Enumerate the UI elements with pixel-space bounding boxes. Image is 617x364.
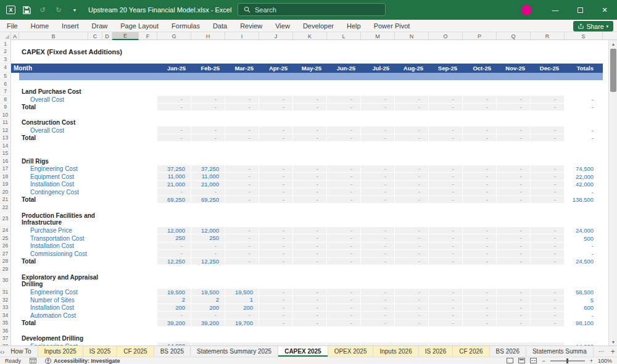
cell[interactable]: -	[463, 104, 497, 112]
cell[interactable]: -	[361, 104, 395, 112]
cell[interactable]	[11, 104, 19, 112]
month-header-label[interactable]: Month	[11, 64, 157, 73]
cell[interactable]: -	[361, 188, 395, 196]
total-cell[interactable]: 22,000	[565, 173, 603, 181]
row-header-4[interactable]: 4	[0, 64, 11, 73]
row-header-7[interactable]: 7	[0, 88, 11, 96]
page-layout-view-icon[interactable]	[518, 358, 525, 363]
cell[interactable]: -	[293, 96, 327, 104]
cell[interactable]: -	[497, 296, 531, 304]
cell[interactable]: -	[259, 227, 293, 235]
minimize-button[interactable]: —	[543, 0, 568, 20]
cell[interactable]: -	[225, 242, 259, 250]
cell[interactable]	[11, 227, 19, 235]
row-header-26[interactable]: 26	[0, 242, 11, 250]
cell[interactable]: -	[497, 234, 531, 242]
cell[interactable]: -	[531, 96, 565, 104]
cell[interactable]: 1	[225, 296, 259, 304]
cell[interactable]	[11, 234, 19, 242]
column-header-i[interactable]: I	[225, 32, 259, 40]
row-header-3[interactable]: 3	[0, 56, 11, 64]
cell[interactable]: -	[259, 320, 293, 328]
cell[interactable]: -	[429, 173, 463, 181]
cell[interactable]	[11, 181, 19, 189]
search-input[interactable]: Search	[238, 3, 386, 16]
cell[interactable]: -	[225, 126, 259, 134]
cell[interactable]: -	[157, 312, 191, 320]
sheet-tab-bs-2025[interactable]: BS 2025	[154, 346, 191, 357]
cell[interactable]: -	[225, 234, 259, 242]
cell[interactable]: -	[531, 173, 565, 181]
cell[interactable]: 21,000	[157, 181, 191, 189]
cell[interactable]: 11,000	[191, 173, 225, 181]
total-cell[interactable]: 138,500	[565, 196, 603, 204]
cell[interactable]: -	[293, 250, 327, 258]
cell[interactable]: -	[463, 289, 497, 297]
cell[interactable]: -	[259, 234, 293, 242]
undo-icon[interactable]: ↺	[38, 5, 48, 15]
cell[interactable]: -	[531, 320, 565, 328]
cell[interactable]: -	[497, 196, 531, 204]
cell[interactable]	[11, 48, 19, 56]
cell[interactable]: -	[293, 312, 327, 320]
column-header-n[interactable]: N	[395, 32, 429, 40]
month-header-cell[interactable]: Sep-25	[429, 64, 463, 73]
cell[interactable]: 200	[157, 304, 191, 312]
cell[interactable]: -	[225, 96, 259, 104]
cell[interactable]: -	[327, 242, 361, 250]
cell[interactable]: -	[361, 250, 395, 258]
cell[interactable]: -	[395, 320, 429, 328]
cell[interactable]: -	[395, 173, 429, 181]
month-header-cell[interactable]: Mar-25	[225, 64, 259, 73]
cell[interactable]: -	[463, 234, 497, 242]
row-header-8[interactable]: 8	[0, 96, 11, 104]
cell[interactable]: -	[157, 104, 191, 112]
cell[interactable]: -	[225, 196, 259, 204]
cell[interactable]: -	[395, 104, 429, 112]
cell[interactable]: -	[225, 165, 259, 173]
cell[interactable]: -	[225, 227, 259, 235]
column-header-e[interactable]: E	[112, 32, 139, 40]
sheet-tab-statements-summary-2025[interactable]: Statements Summary 2025	[191, 346, 278, 357]
row-label[interactable]: Engineering Cost	[19, 165, 157, 173]
total-cell[interactable]: 58,500	[565, 289, 603, 297]
cell[interactable]: -	[531, 126, 565, 134]
cell[interactable]: -	[191, 126, 225, 134]
cell[interactable]: 200	[191, 304, 225, 312]
row-header-5[interactable]: 5	[0, 73, 11, 81]
row-header-14[interactable]: 14	[0, 142, 11, 150]
cell[interactable]: -	[191, 104, 225, 112]
row-header-19[interactable]: 19	[0, 181, 11, 189]
column-header-f[interactable]: F	[139, 32, 157, 40]
sheet-tab-opex-2025[interactable]: OPEX 2025	[328, 346, 374, 357]
row-header-32[interactable]: 32	[0, 296, 11, 304]
total-cell[interactable]: 42,000	[565, 181, 603, 189]
cell[interactable]: -	[327, 296, 361, 304]
zoom-slider-thumb[interactable]	[566, 358, 568, 363]
cell[interactable]: -	[531, 188, 565, 196]
total-cell[interactable]: 500	[565, 234, 603, 242]
section-label[interactable]: Production Facilities and Infrastructure	[19, 212, 157, 227]
cell[interactable]: -	[327, 126, 361, 134]
macro-record-icon[interactable]	[30, 358, 36, 363]
cell[interactable]: -	[531, 304, 565, 312]
cell[interactable]: -	[497, 96, 531, 104]
cell[interactable]: 69,250	[157, 196, 191, 204]
cell[interactable]: -	[395, 96, 429, 104]
cell[interactable]: -	[429, 104, 463, 112]
cell[interactable]: -	[429, 304, 463, 312]
cell[interactable]: -	[463, 165, 497, 173]
cell[interactable]: -	[327, 289, 361, 297]
new-sheet-button[interactable]: +	[611, 347, 615, 356]
cell[interactable]: -	[429, 289, 463, 297]
cell[interactable]: -	[361, 312, 395, 320]
row-label[interactable]: Engineering Cost	[19, 289, 157, 297]
cell[interactable]: -	[361, 196, 395, 204]
sheet-tab-is-2026[interactable]: IS 2026	[419, 346, 453, 357]
cell[interactable]: -	[531, 196, 565, 204]
cell[interactable]: -	[293, 173, 327, 181]
cell[interactable]	[11, 335, 19, 343]
column-header-h[interactable]: H	[191, 32, 225, 40]
cell[interactable]: -	[259, 250, 293, 258]
cell[interactable]: -	[497, 304, 531, 312]
